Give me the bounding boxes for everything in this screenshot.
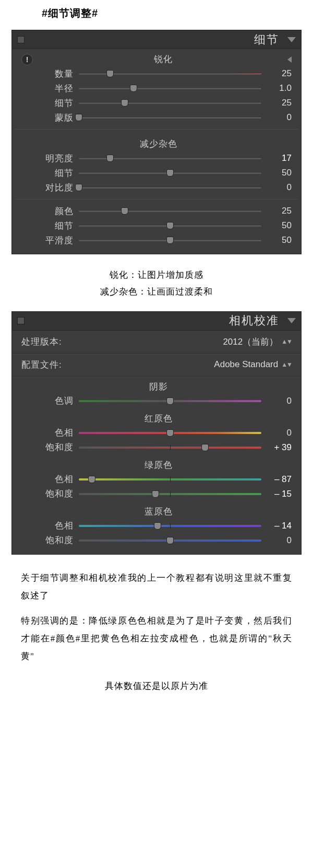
green-sat-row[interactable]: 饱和度 – 15 bbox=[12, 487, 301, 501]
blue-sat-row[interactable]: 饱和度 0 bbox=[12, 533, 301, 548]
slider-value[interactable]: 0 bbox=[261, 112, 292, 123]
collapse-icon[interactable] bbox=[287, 318, 296, 323]
slider-thumb[interactable] bbox=[166, 237, 174, 244]
slider-thumb[interactable] bbox=[166, 537, 174, 544]
slider-value[interactable]: 1.0 bbox=[261, 83, 292, 93]
slider-label: 色调 bbox=[21, 395, 79, 407]
colornoise-detail-row[interactable]: 细节 50 bbox=[12, 218, 301, 233]
detail-panel: 细节 ! 锐化 数量 25 半径 1.0 细节 25 蒙版 0 减少杂色 明亮度… bbox=[11, 30, 302, 254]
colornoise-color-row[interactable]: 颜色 25 bbox=[12, 204, 301, 218]
slider-label: 色相 bbox=[21, 427, 79, 439]
slider-label: 对比度 bbox=[21, 182, 79, 194]
sharpen-mask-row[interactable]: 蒙版 0 bbox=[12, 110, 301, 125]
divider bbox=[15, 199, 298, 200]
slider-label: 饱和度 bbox=[21, 534, 79, 546]
sharpen-group-title: 锐化 bbox=[35, 53, 287, 65]
sharpen-radius-row[interactable]: 半径 1.0 bbox=[12, 81, 301, 96]
slider-value[interactable]: 17 bbox=[261, 153, 292, 163]
slider-thumb[interactable] bbox=[201, 444, 209, 451]
slider-label: 半径 bbox=[21, 83, 79, 95]
detail-panel-header[interactable]: 细节 bbox=[12, 30, 301, 49]
slider-thumb[interactable] bbox=[106, 155, 114, 162]
slider-label: 饱和度 bbox=[21, 488, 79, 500]
slider-label: 蒙版 bbox=[21, 112, 79, 124]
updown-icon: ▲▼ bbox=[281, 361, 292, 368]
notes-p2: 特别强调的是：降低绿原色色相就是为了是叶子变黄，然后我们才能在#颜色#里把黄色色… bbox=[0, 605, 313, 665]
calibration-panel-header[interactable]: 相机校准 bbox=[12, 312, 301, 331]
slider-thumb[interactable] bbox=[121, 99, 128, 107]
detail-panel-title: 细节 bbox=[254, 32, 279, 48]
noise-group-title: 减少杂色 bbox=[21, 138, 292, 150]
divider bbox=[15, 129, 298, 130]
calibration-panel: 相机校准 处理版本: 2012（当前）▲▼ 配置文件: Adobe Standa… bbox=[11, 311, 302, 555]
profile-row[interactable]: 配置文件: Adobe Standard▲▼ bbox=[12, 354, 301, 377]
green-hue-row[interactable]: 色相 – 87 bbox=[12, 472, 301, 487]
slider-thumb[interactable] bbox=[166, 429, 174, 437]
slider-value[interactable]: 25 bbox=[261, 68, 292, 79]
red-sat-row[interactable]: 饱和度 + 39 bbox=[12, 440, 301, 455]
red-hue-row[interactable]: 色相 0 bbox=[12, 426, 301, 440]
dropdown-label: 配置文件: bbox=[21, 359, 94, 371]
slider-label: 细节 bbox=[21, 97, 79, 109]
slider-label: 细节 bbox=[21, 167, 79, 179]
panel-toggle-icon[interactable] bbox=[17, 36, 25, 43]
slider-label: 颜色 bbox=[21, 205, 79, 217]
collapse-icon[interactable] bbox=[287, 37, 296, 42]
noise-contrast-row[interactable]: 对比度 0 bbox=[12, 180, 301, 195]
blue-group-title: 蓝原色 bbox=[21, 506, 292, 518]
slider-value[interactable]: – 87 bbox=[261, 474, 292, 485]
shadow-group-title: 阴影 bbox=[21, 381, 292, 393]
slider-value[interactable]: 25 bbox=[261, 98, 292, 108]
slider-thumb[interactable] bbox=[166, 397, 174, 405]
slider-thumb[interactable] bbox=[121, 207, 128, 215]
profile-dropdown[interactable]: Adobe Standard▲▼ bbox=[94, 359, 292, 370]
slider-thumb[interactable] bbox=[88, 476, 95, 483]
dropdown-label: 处理版本: bbox=[21, 336, 94, 348]
slider-thumb[interactable] bbox=[75, 114, 82, 121]
slider-value[interactable]: 50 bbox=[261, 220, 292, 231]
warning-icon[interactable]: ! bbox=[21, 54, 33, 65]
slider-thumb[interactable] bbox=[166, 169, 174, 177]
slider-value[interactable]: + 39 bbox=[261, 442, 292, 453]
slider-label: 数量 bbox=[21, 68, 79, 80]
slider-value[interactable]: 0 bbox=[261, 396, 292, 406]
caption-line: 锐化：让图片增加质感 bbox=[0, 267, 313, 284]
noise-detail-row[interactable]: 细节 50 bbox=[12, 166, 301, 180]
slider-value[interactable]: – 14 bbox=[261, 521, 292, 531]
page-title: #细节调整# bbox=[0, 0, 313, 30]
sharpen-amount-row[interactable]: 数量 25 bbox=[12, 66, 301, 81]
panel-toggle-icon[interactable] bbox=[17, 317, 25, 324]
notes-p1: 关于细节调整和相机校准我的上一个教程都有说明这里就不重复叙述了 bbox=[0, 562, 313, 605]
slider-thumb[interactable] bbox=[154, 522, 161, 530]
slider-value[interactable]: – 15 bbox=[261, 489, 292, 499]
slider-label: 色相 bbox=[21, 473, 79, 485]
slider-thumb[interactable] bbox=[166, 222, 174, 229]
slider-label: 细节 bbox=[21, 220, 79, 232]
green-group-title: 绿原色 bbox=[21, 459, 292, 471]
slider-thumb[interactable] bbox=[75, 184, 82, 191]
noise-lum-row[interactable]: 明亮度 17 bbox=[12, 151, 301, 166]
slider-value[interactable]: 0 bbox=[261, 535, 292, 546]
calibration-panel-title: 相机校准 bbox=[229, 313, 279, 329]
final-note: 具体数值还是以原片为准 bbox=[0, 665, 313, 706]
slider-value[interactable]: 50 bbox=[261, 235, 292, 245]
slider-value[interactable]: 0 bbox=[261, 428, 292, 438]
slider-value[interactable]: 25 bbox=[261, 206, 292, 216]
process-version-dropdown[interactable]: 2012（当前）▲▼ bbox=[94, 336, 292, 348]
sharpen-detail-row[interactable]: 细节 25 bbox=[12, 96, 301, 110]
caption-line: 减少杂色：让画面过渡柔和 bbox=[0, 284, 313, 300]
disclosure-icon[interactable] bbox=[287, 56, 292, 63]
process-version-row[interactable]: 处理版本: 2012（当前）▲▼ bbox=[12, 331, 301, 354]
slider-thumb[interactable] bbox=[152, 490, 159, 498]
slider-thumb[interactable] bbox=[130, 85, 137, 92]
slider-label: 饱和度 bbox=[21, 441, 79, 453]
shadow-tint-row[interactable]: 色调 0 bbox=[12, 394, 301, 408]
slider-value[interactable]: 50 bbox=[261, 168, 292, 178]
slider-thumb[interactable] bbox=[106, 70, 114, 77]
colornoise-smooth-row[interactable]: 平滑度 50 bbox=[12, 233, 301, 248]
slider-label: 色相 bbox=[21, 520, 79, 532]
caption-block: 锐化：让图片增加质感 减少杂色：让画面过渡柔和 bbox=[0, 262, 313, 311]
updown-icon: ▲▼ bbox=[281, 338, 292, 345]
blue-hue-row[interactable]: 色相 – 14 bbox=[12, 519, 301, 533]
slider-value[interactable]: 0 bbox=[261, 182, 292, 193]
